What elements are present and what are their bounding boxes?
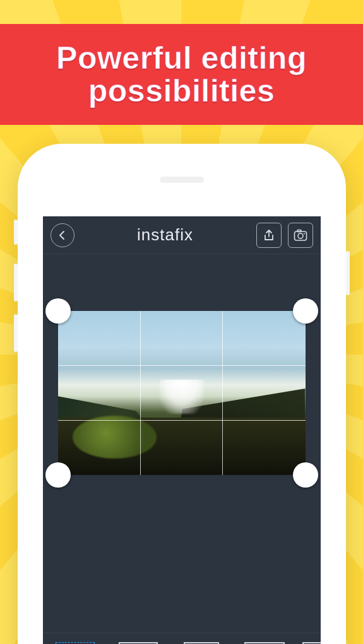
share-button[interactable] [256,223,282,248]
photo-preview [58,311,306,475]
back-icon [57,230,68,240]
crop-frame[interactable] [58,311,306,475]
top-bar: instafix [43,216,321,254]
promo-headline: Powerful editing possibilities [13,42,350,108]
camera-icon [294,229,307,242]
aspect-ratio-bar[interactable]: Custom Original Square 4:3 [43,633,321,644]
camera-button[interactable] [288,223,313,248]
svg-rect-0 [294,231,306,240]
app-screen: instafix [43,216,321,644]
svg-point-2 [298,233,303,238]
crop-handle-bottom-right[interactable] [293,462,318,488]
crop-handle-top-right[interactable] [293,298,318,324]
svg-rect-1 [297,230,301,231]
crop-canvas[interactable] [43,254,321,570]
app-title: instafix [81,225,250,245]
svg-point-3 [304,233,305,234]
phone-side-button [14,220,18,245]
phone-frame: instafix [18,144,346,644]
crop-handle-bottom-left[interactable] [45,462,71,488]
crop-handle-top-left[interactable] [45,298,71,324]
phone-side-button [14,314,18,352]
share-icon [263,229,275,242]
phone-side-button [14,264,18,302]
promo-banner: Powerful editing possibilities [0,24,363,125]
phone-side-button [346,251,350,295]
back-button[interactable] [51,223,74,247]
